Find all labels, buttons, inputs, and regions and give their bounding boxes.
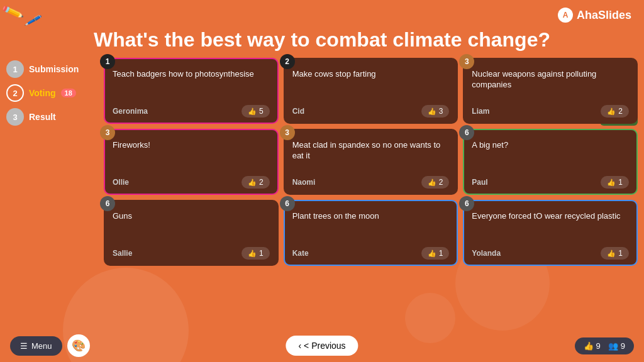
thumbs-up-icon-3: 👍 [248, 178, 257, 187]
menu-icon: ☰ [20, 341, 28, 351]
sidebar-item-result[interactable]: 3 Result [6, 108, 97, 126]
thumbs-up-icon-0: 👍 [248, 107, 257, 116]
card-text-6: Guns [113, 207, 270, 242]
sidebar-num-2: 2 [6, 84, 24, 102]
card-0: 1 Teach badgers how to photosynthesise G… [104, 58, 279, 124]
prev-btn-container: ‹ < Previous [286, 336, 358, 356]
previous-button[interactable]: ‹ < Previous [286, 336, 358, 356]
card-author-6: Sallie [113, 249, 132, 258]
stats-bar: 👍 9 👥 9 [575, 337, 634, 354]
card-footer-0: Geronima 👍 5 [113, 105, 270, 118]
card-votes-3: 👍 2 [242, 176, 270, 189]
thumbs-up-icon-5: 👍 [607, 178, 616, 187]
card-8: 6 Everyone forced tO wear recycled plast… [463, 200, 638, 266]
card-votes-7: 👍 1 [421, 247, 450, 260]
paint-palette: 🎨 [67, 334, 90, 357]
card-author-8: Yolanda [472, 249, 501, 258]
card-text-4: Meat clad in spandex so no one wants to … [292, 136, 450, 171]
question-title: What's the best way to combat climate ch… [0, 23, 644, 55]
card-footer-6: Sallie 👍 1 [113, 247, 270, 260]
bottom-bar: ☰ Menu 🎨 ‹ < Previous 👍 9 👥 9 [0, 329, 644, 362]
cards-grid: 1 Teach badgers how to photosynthesise G… [104, 58, 638, 266]
card-votes-8: 👍 1 [601, 247, 629, 260]
card-2: 3 Nuclear weapons against polluting comp… [463, 58, 638, 124]
votes-num-1: 3 [439, 107, 443, 116]
card-text-2: Nuclear weapons against polluting compan… [472, 65, 629, 100]
votes-num-6: 1 [259, 249, 264, 258]
app-name: AhaSlides [577, 9, 631, 22]
card-author-0: Geronima [113, 107, 148, 116]
card-4: 3 Meat clad in spandex so no one wants t… [284, 129, 458, 195]
card-rank-1: 2 [280, 54, 295, 69]
thumbs-up-icon-6: 👍 [248, 250, 257, 258]
card-6: 6 Guns Sallie 👍 1 [104, 200, 279, 266]
sidebar-item-submission[interactable]: 1 Submission [6, 60, 97, 78]
card-5: 6 A big net? Paul 👍 1 [463, 129, 638, 195]
votes-num-8: 1 [618, 249, 623, 258]
thumbs-up-icon-2: 👍 [607, 107, 616, 116]
card-votes-5: 👍 1 [601, 176, 629, 189]
sidebar-label-submission: Submission [29, 64, 79, 74]
sidebar-item-voting[interactable]: 2 Voting 18 [6, 84, 97, 102]
votes-num-7: 1 [439, 249, 443, 258]
card-votes-4: 👍 2 [421, 176, 450, 189]
thumbs-up-icon-4: 👍 [428, 178, 436, 187]
sidebar: 1 Submission 2 Voting 18 3 Result [6, 58, 97, 266]
card-author-7: Kate [292, 249, 309, 258]
users-count: 9 [621, 341, 625, 351]
card-7: 6 Plant trees on the moon Kate 👍 1 [284, 200, 458, 266]
card-footer-8: Yolanda 👍 1 [472, 247, 629, 260]
card-author-3: Ollie [113, 178, 129, 187]
sidebar-num-3: 3 [6, 108, 24, 126]
thumbs-up-icon-8: 👍 [607, 250, 616, 258]
card-author-2: Liam [472, 107, 489, 116]
users-stat: 👥 9 [608, 341, 625, 351]
votes-num-2: 2 [618, 107, 623, 116]
sidebar-label-voting: Voting [29, 88, 56, 98]
main-layout: 1 Submission 2 Voting 18 3 Result 1 Teac… [0, 58, 644, 266]
card-rank-7: 6 [280, 196, 295, 211]
card-3: 3 Fireworks! Ollie 👍 2 [104, 129, 279, 195]
votes-num-4: 2 [439, 178, 443, 187]
sidebar-label-result: Result [29, 112, 56, 122]
card-footer-3: Ollie 👍 2 [113, 176, 270, 189]
sidebar-num-1: 1 [6, 60, 24, 78]
card-votes-2: 👍 2 [601, 105, 629, 118]
logo: A AhaSlides [558, 8, 631, 23]
thumbs-up-icon-1: 👍 [428, 107, 436, 116]
logo-icon: A [558, 8, 573, 23]
users-icon: 👥 [608, 341, 618, 351]
card-author-1: Cid [292, 107, 304, 116]
card-text-3: Fireworks! [113, 136, 270, 171]
menu-label: Menu [31, 341, 52, 351]
card-author-5: Paul [472, 178, 487, 187]
card-text-5: A big net? [472, 136, 629, 171]
card-footer-1: Cid 👍 3 [292, 105, 450, 118]
card-text-1: Make cows stop farting [292, 65, 450, 100]
card-text-0: Teach badgers how to photosynthesise [113, 65, 270, 100]
cards-area: 1 Teach badgers how to photosynthesise G… [104, 58, 638, 266]
card-1: 2 Make cows stop farting Cid 👍 3 [284, 58, 458, 124]
card-rank-4: 3 [280, 125, 295, 140]
card-footer-7: Kate 👍 1 [292, 247, 450, 260]
votes-stat: 👍 9 [584, 341, 601, 351]
card-text-7: Plant trees on the moon [292, 207, 450, 242]
voting-badge: 18 [61, 89, 76, 97]
thumbs-icon: 👍 [584, 341, 594, 351]
votes-count: 9 [596, 341, 601, 351]
header: A AhaSlides [0, 0, 644, 23]
card-votes-0: 👍 5 [242, 105, 270, 118]
menu-button[interactable]: ☰ Menu [10, 336, 62, 356]
card-footer-2: Liam 👍 2 [472, 105, 629, 118]
votes-num-5: 1 [618, 178, 623, 187]
card-text-8: Everyone forced tO wear recycled plastic [472, 207, 629, 242]
thumbs-up-icon-7: 👍 [428, 250, 436, 258]
prev-icon: ‹ [298, 341, 301, 351]
card-footer-4: Naomi 👍 2 [292, 176, 450, 189]
card-footer-5: Paul 👍 1 [472, 176, 629, 189]
votes-num-3: 2 [259, 178, 264, 187]
prev-label: < Previous [304, 341, 346, 351]
card-votes-6: 👍 1 [242, 247, 270, 260]
votes-num-0: 5 [259, 107, 264, 116]
card-author-4: Naomi [292, 178, 316, 187]
